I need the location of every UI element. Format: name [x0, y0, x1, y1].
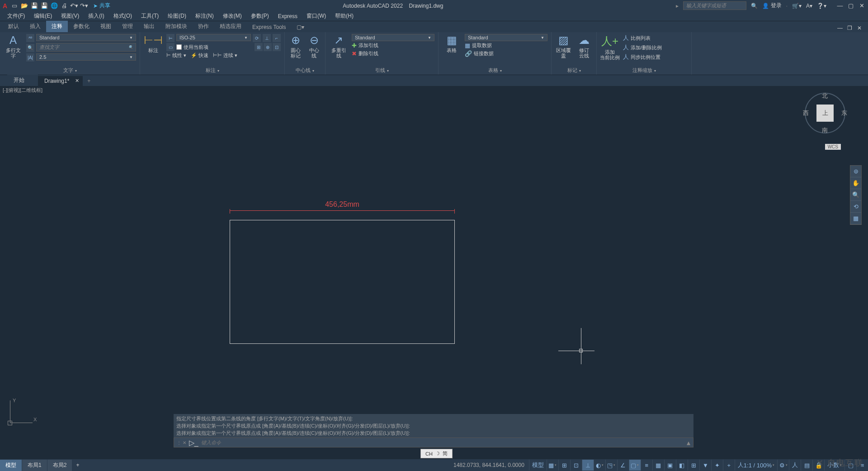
- tab-drawarea[interactable]: ▢▾: [291, 22, 310, 32]
- revcloud-button[interactable]: ☁ 修订 云线: [576, 34, 593, 58]
- selfilter-icon[interactable]: ▼: [699, 460, 711, 471]
- ortho-icon[interactable]: ⊥: [582, 460, 594, 471]
- menu-parametric[interactable]: 参数(P): [246, 11, 274, 21]
- dim-style-icon[interactable]: ⊢: [166, 34, 175, 42]
- 3dosnap-icon[interactable]: ◧: [676, 460, 688, 471]
- dim-tol-icon[interactable]: ⊞: [255, 43, 263, 51]
- viewcube-east[interactable]: 东: [841, 109, 847, 117]
- plot-icon[interactable]: 🖨: [61, 2, 68, 10]
- panel-dim-label[interactable]: 标注: [144, 66, 281, 74]
- scalelist-button[interactable]: 人比例列表: [623, 34, 688, 42]
- tab-expresstools[interactable]: Express Tools: [247, 22, 291, 32]
- modelspace-button[interactable]: 模型: [529, 460, 547, 471]
- find-input[interactable]: 查找文字🔍: [36, 43, 136, 52]
- pan-icon[interactable]: ✋: [850, 177, 861, 189]
- snapmode-icon[interactable]: ⊞: [558, 460, 570, 471]
- tab-collaborate[interactable]: 协作: [193, 21, 214, 32]
- workspace-icon[interactable]: ⚙▾: [777, 460, 789, 471]
- text-height-dropdown[interactable]: 2.5▼: [36, 53, 136, 61]
- dim-break-icon[interactable]: ⊥: [263, 34, 271, 42]
- mleader-style-dropdown[interactable]: Standard▼: [352, 34, 434, 41]
- use-current-checkbox[interactable]: [176, 44, 182, 50]
- dynamicucs-icon[interactable]: ⊞: [688, 460, 699, 471]
- search-icon[interactable]: 🔍: [751, 3, 758, 9]
- text-height-icon[interactable]: |A|: [26, 53, 34, 62]
- tab-output[interactable]: 输出: [138, 21, 160, 32]
- menu-tools[interactable]: 工具(T): [137, 11, 163, 21]
- menu-express[interactable]: Express: [274, 12, 302, 20]
- transparency-icon[interactable]: ▦: [652, 460, 664, 471]
- doc-minimize-icon[interactable]: —: [837, 25, 845, 32]
- web-icon[interactable]: 🌐: [51, 2, 58, 10]
- annoscale-readout[interactable]: 人 1:1 / 100%▾: [735, 460, 777, 471]
- annovis-icon[interactable]: 人: [789, 460, 801, 471]
- layout-2[interactable]: 布局2: [47, 460, 73, 471]
- dimension-annotation[interactable]: 456,25mm: [230, 210, 455, 211]
- help-icon[interactable]: ❔▾: [817, 3, 826, 9]
- link-data-button[interactable]: 🔗链接数据: [465, 50, 547, 57]
- autodesk-icon[interactable]: A▾: [806, 3, 812, 9]
- menu-help[interactable]: 帮助(H): [330, 11, 358, 21]
- layout-add-button[interactable]: +: [72, 460, 83, 470]
- viewcube-north[interactable]: 北: [822, 92, 828, 100]
- isodraft-icon[interactable]: ◳▾: [605, 460, 617, 471]
- addscale-button[interactable]: 人+ 添加 当前比例: [600, 34, 619, 60]
- viewcube-face[interactable]: 上: [816, 105, 834, 122]
- menu-insert[interactable]: 插入(I): [84, 11, 108, 21]
- dim-continue-button[interactable]: ⊢⊢ 连续 ▾: [213, 52, 237, 59]
- fullnav-icon[interactable]: ⊚: [850, 166, 861, 177]
- annomonitor-icon[interactable]: +: [723, 460, 735, 471]
- centermark-button[interactable]: ⊕ 圆心 标记: [288, 34, 303, 58]
- extract-data-button[interactable]: ▦提取数据: [465, 42, 547, 49]
- tab-parametric[interactable]: 参数化: [68, 21, 95, 32]
- find-icon[interactable]: 🔍: [26, 44, 34, 52]
- dim-update-icon[interactable]: ⟳: [253, 34, 261, 42]
- undo-icon[interactable]: ↶▾: [71, 2, 78, 10]
- maximize-icon[interactable]: ▢: [847, 2, 854, 10]
- selcycle-icon[interactable]: ▣: [664, 460, 676, 471]
- drawing-area[interactable]: [-][俯视][二维线框] 上 北 南 西 东 WCS ⊚ ✋ 🔍 ⟲ ▦ 45…: [0, 86, 868, 459]
- layout-1[interactable]: 布局1: [22, 460, 47, 471]
- tab-annotate[interactable]: 注释: [46, 21, 68, 32]
- viewcube-south[interactable]: 南: [822, 126, 828, 134]
- user-icon[interactable]: 👤 登录: [762, 2, 782, 10]
- tab-add-button[interactable]: +: [83, 76, 95, 86]
- menu-window[interactable]: 窗口(W): [302, 11, 330, 21]
- doc-close-icon[interactable]: ✕: [857, 25, 865, 32]
- menu-draw[interactable]: 绘图(D): [163, 11, 191, 21]
- menu-view[interactable]: 视图(V): [57, 11, 84, 21]
- new-icon[interactable]: ▭: [11, 2, 18, 10]
- wipeout-button[interactable]: ▨ 区域覆盖: [555, 34, 572, 58]
- tab-drawing1[interactable]: Drawing1* ✕: [38, 76, 83, 86]
- menu-edit[interactable]: 编辑(E): [29, 11, 57, 21]
- menu-modify[interactable]: 修改(M): [218, 11, 246, 21]
- centerline-button[interactable]: ⊖ 中心线: [307, 34, 322, 58]
- close-icon[interactable]: ✕: [858, 2, 865, 10]
- panel-center-label[interactable]: 中心线: [288, 66, 321, 74]
- mtext-button[interactable]: A 多行文字: [4, 34, 23, 58]
- viewport-label[interactable]: [-][俯视][二维线框]: [3, 87, 42, 94]
- otrack-icon[interactable]: ∠: [617, 460, 629, 471]
- remove-leader-button[interactable]: ✖删除引线: [352, 50, 434, 57]
- orbit-icon[interactable]: ⟲: [850, 201, 861, 213]
- add-leader-button[interactable]: ✚添加引线: [352, 42, 434, 49]
- quickprops-icon[interactable]: ▤: [801, 460, 812, 471]
- lineweight-icon[interactable]: ≡: [641, 460, 652, 471]
- doc-restore-icon[interactable]: ❐: [847, 25, 855, 32]
- polar-icon[interactable]: ◐▾: [594, 460, 605, 471]
- table-style-dropdown[interactable]: Standard▼: [465, 34, 547, 41]
- tab-addins[interactable]: 附加模块: [160, 21, 193, 32]
- minimize-icon[interactable]: —: [836, 2, 844, 10]
- grid-icon[interactable]: ▦▾: [547, 460, 558, 471]
- saveas-icon[interactable]: 💾: [41, 2, 48, 10]
- dim-jog-icon[interactable]: ⌐: [273, 34, 281, 42]
- panel-anno-label[interactable]: 注释缩放: [600, 66, 688, 74]
- gizmo-icon[interactable]: ✦: [711, 460, 723, 471]
- share-button[interactable]: ➤ 共享: [93, 2, 110, 10]
- command-input-bar[interactable]: ⋮ ✕ ▷_ ▴: [174, 438, 693, 447]
- spellcheck-icon[interactable]: ᴬᴮ: [26, 34, 34, 42]
- mleader-button[interactable]: ↗ 多重引线: [329, 34, 348, 58]
- viewcube[interactable]: 上 北 南 西 东: [805, 93, 845, 133]
- cmd-up-icon[interactable]: ▴: [687, 438, 690, 447]
- redo-icon[interactable]: ↷▾: [80, 2, 88, 10]
